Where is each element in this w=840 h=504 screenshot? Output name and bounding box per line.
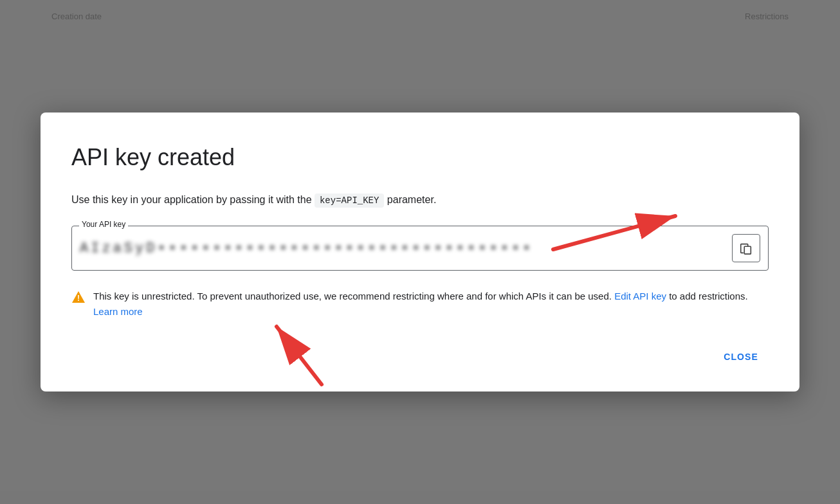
svg-rect-0 bbox=[744, 247, 751, 255]
learn-more-link[interactable]: Learn more bbox=[93, 306, 143, 317]
code-param: key=API_KEY bbox=[315, 194, 384, 208]
api-key-section: Your API key AIzaSyD••••••••••••••••••••… bbox=[71, 226, 769, 271]
warning-text-part1: This key is unrestricted. To prevent una… bbox=[93, 291, 614, 302]
bg-col-restrictions: Restrictions bbox=[745, 12, 789, 21]
svg-text:!: ! bbox=[77, 294, 80, 303]
warning-section: ! This key is unrestricted. To prevent u… bbox=[71, 289, 769, 320]
description-text-1: Use this key in your application by pass… bbox=[71, 194, 315, 205]
bg-col-creation-date: Creation date bbox=[51, 12, 102, 21]
copy-api-key-button[interactable] bbox=[732, 234, 760, 262]
api-key-box: AIzaSyD•••••••••••••••••••••••••••••••••… bbox=[71, 226, 769, 271]
dialog-description: Use this key in your application by pass… bbox=[71, 192, 769, 208]
api-key-value: AIzaSyD•••••••••••••••••••••••••••••••••… bbox=[80, 240, 724, 256]
api-key-dialog: API key created Use this key in your app… bbox=[41, 113, 799, 392]
api-key-label: Your API key bbox=[79, 220, 128, 229]
dialog-title: API key created bbox=[71, 143, 769, 171]
dialog-footer: CLOSE bbox=[71, 345, 769, 368]
copy-icon bbox=[739, 241, 753, 255]
warning-text: This key is unrestricted. To prevent una… bbox=[93, 289, 769, 320]
close-button[interactable]: CLOSE bbox=[713, 345, 769, 368]
background-table-headers: Creation date Restrictions bbox=[0, 12, 840, 21]
warning-icon: ! bbox=[71, 290, 86, 309]
edit-api-key-link[interactable]: Edit API key bbox=[614, 291, 666, 302]
description-text-2: parameter. bbox=[384, 194, 436, 205]
warning-text-part2: to add restrictions. bbox=[666, 291, 748, 302]
